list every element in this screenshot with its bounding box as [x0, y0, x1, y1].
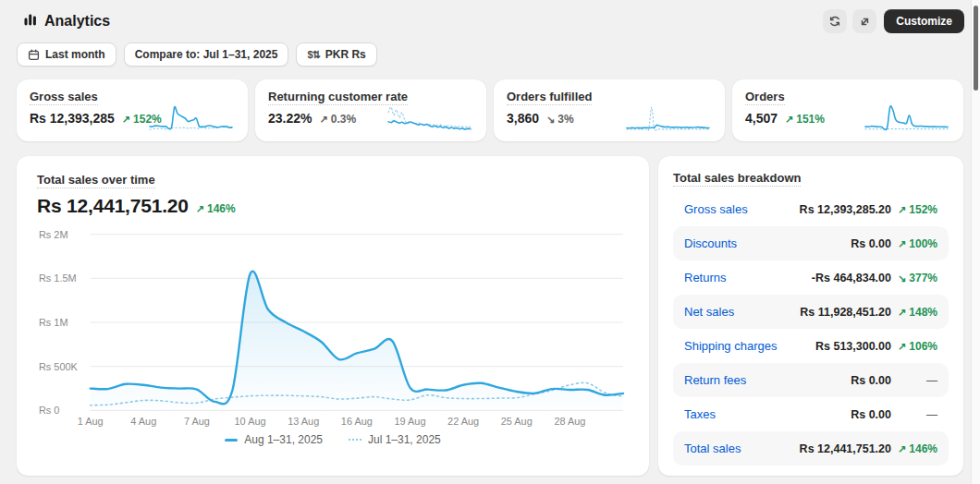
breakdown-value: -Rs 464,834.00	[812, 272, 891, 284]
svg-text:Rs 1.5M: Rs 1.5M	[39, 272, 77, 284]
calendar-icon	[28, 49, 40, 61]
filter-bar: Last month Compare to: Jul 1–31, 2025 $⇅…	[17, 42, 980, 67]
breakdown-delta: ↗146%	[891, 442, 937, 455]
customize-button[interactable]: Customize	[884, 9, 964, 33]
currency-exchange-icon: $⇅	[307, 49, 319, 61]
metric-trend: ↗0.3%	[319, 113, 356, 126]
legend-label: Jul 1–31, 2025	[368, 433, 441, 446]
breakdown-label[interactable]: Taxes	[684, 407, 851, 421]
sparkline-chart	[624, 104, 712, 132]
breakdown-label[interactable]: Total sales	[684, 442, 800, 455]
legend-item-compare[interactable]: Jul 1–31, 2025	[349, 433, 441, 446]
svg-text:28 Aug: 28 Aug	[554, 416, 585, 427]
svg-text:Rs 500K: Rs 500K	[39, 361, 79, 372]
breakdown-value: Rs 0.00	[851, 408, 891, 421]
date-range-button[interactable]: Last month	[17, 42, 116, 67]
breakdown-row-shipping-charges[interactable]: Shipping charges Rs 513,300.00 ↗106%	[673, 329, 949, 363]
analytics-icon	[24, 13, 37, 30]
breakdown-row-return-fees[interactable]: Return fees Rs 0.00 —	[673, 363, 949, 397]
breakdown-label[interactable]: Return fees	[684, 373, 851, 387]
breakdown-delta: ↗148%	[891, 306, 937, 319]
breakdown-value: Rs 0.00	[851, 374, 891, 387]
expand-button[interactable]	[852, 9, 876, 33]
breakdown-delta: ↗106%	[891, 340, 937, 353]
breakdown-value: Rs 12,393,285.20	[800, 203, 891, 216]
metric-value: 3,860	[507, 111, 539, 126]
chart-total-value: Rs 12,441,751.20	[37, 195, 189, 217]
breakdown-row-gross-sales[interactable]: Gross sales Rs 12,393,285.20 ↗152%	[673, 192, 949, 226]
breakdown-table: Gross sales Rs 12,393,285.20 ↗152% Disco…	[673, 192, 949, 466]
metric-trend: ↗151%	[785, 113, 825, 126]
compare-to-label: Compare to: Jul 1–31, 2025	[135, 48, 278, 61]
breakdown-row-discounts[interactable]: Discounts Rs 0.00 ↗100%	[673, 226, 949, 260]
metric-title: Returning customer rate	[268, 90, 408, 105]
sparkline-chart	[386, 104, 473, 132]
total-sales-chart-card: Total sales over time Rs 12,441,751.20 ↗…	[17, 156, 649, 476]
svg-text:Rs 1M: Rs 1M	[39, 317, 68, 328]
breakdown-row-taxes[interactable]: Taxes Rs 0.00 —	[673, 397, 949, 431]
breakdown-delta: ↗152%	[891, 203, 937, 216]
breakdown-value: Rs 11,928,451.20	[800, 306, 891, 319]
metric-value: 4,507	[745, 111, 778, 126]
metric-card-returning-customer-rate[interactable]: Returning customer rate 23.22% ↗0.3%	[255, 79, 486, 141]
svg-text:10 Aug: 10 Aug	[235, 416, 266, 427]
metric-value: Rs 12,393,285	[30, 111, 115, 126]
breakdown-label[interactable]: Discounts	[684, 236, 851, 250]
breakdown-value: Rs 513,300.00	[815, 340, 891, 353]
metric-card-orders-fulfilled[interactable]: Orders fulfilled 3,860 ↘3%	[494, 79, 725, 141]
breakdown-row-total-sales[interactable]: Total sales Rs 12,441,751.20 ↗146%	[673, 431, 949, 466]
chart-trend: ↗146%	[196, 202, 236, 215]
breakdown-delta: ↘377%	[891, 272, 937, 284]
svg-text:25 Aug: 25 Aug	[501, 416, 533, 427]
breakdown-label[interactable]: Net sales	[684, 305, 800, 319]
breakdown-label[interactable]: Gross sales	[684, 202, 800, 216]
metric-cards-row: Gross sales Rs 12,393,285 ↗152% Returnin…	[17, 79, 963, 141]
breakdown-label[interactable]: Returns	[684, 271, 812, 284]
currency-label: PKR Rs	[325, 48, 366, 61]
breakdown-value: Rs 0.00	[851, 237, 891, 250]
breakdown-value: Rs 12,441,751.20	[800, 442, 891, 455]
solid-line-swatch	[225, 439, 238, 442]
page-title: Analytics	[44, 13, 110, 30]
header: Analytics Customize	[0, 0, 980, 33]
total-sales-breakdown-card: Total sales breakdown Gross sales Rs 12,…	[658, 156, 963, 476]
breakdown-title: Total sales breakdown	[673, 171, 801, 187]
svg-text:13 Aug: 13 Aug	[288, 416, 319, 427]
breakdown-delta: —	[891, 374, 937, 387]
expand-icon	[859, 16, 871, 28]
sparkline-chart	[863, 104, 950, 132]
metric-title: Orders fulfilled	[507, 90, 592, 105]
chart-title: Total sales over time	[37, 173, 155, 188]
svg-text:Rs 2M: Rs 2M	[39, 229, 68, 240]
breakdown-row-net-sales[interactable]: Net sales Rs 11,928,451.20 ↗148%	[673, 295, 949, 329]
refresh-button[interactable]	[823, 9, 847, 33]
metric-title: Gross sales	[30, 90, 98, 105]
compare-to-button[interactable]: Compare to: Jul 1–31, 2025	[124, 42, 289, 67]
metric-value: 23.22%	[268, 111, 312, 126]
currency-button[interactable]: $⇅ PKR Rs	[296, 42, 376, 67]
metric-trend: ↘3%	[546, 113, 574, 126]
svg-text:4 Aug: 4 Aug	[130, 416, 156, 427]
refresh-icon	[828, 15, 841, 28]
date-range-label: Last month	[45, 48, 105, 61]
scrollbar-track[interactable]	[971, 0, 980, 484]
breakdown-label[interactable]: Shipping charges	[684, 339, 815, 353]
main-content-row: Total sales over time Rs 12,441,751.20 ↗…	[17, 156, 963, 476]
svg-text:Rs 0: Rs 0	[39, 405, 59, 416]
breakdown-delta: ↗100%	[891, 237, 937, 250]
scrollbar-thumb[interactable]	[974, 6, 978, 91]
metric-title: Orders	[745, 90, 785, 105]
sparkline-chart	[147, 104, 235, 132]
svg-text:16 Aug: 16 Aug	[341, 416, 373, 427]
metric-card-orders[interactable]: Orders 4,507 ↗151%	[732, 79, 963, 141]
breakdown-delta: —	[891, 408, 937, 421]
chart-legend: Aug 1–31, 2025 Jul 1–31, 2025	[37, 433, 629, 446]
legend-item-current[interactable]: Aug 1–31, 2025	[225, 433, 323, 446]
total-sales-line-chart: Rs 2MRs 1.5MRs 1MRs 500KRs 01 Aug4 Aug7 …	[37, 223, 629, 428]
svg-text:19 Aug: 19 Aug	[394, 416, 425, 427]
svg-text:7 Aug: 7 Aug	[184, 416, 210, 427]
metric-card-gross-sales[interactable]: Gross sales Rs 12,393,285 ↗152%	[17, 79, 248, 141]
svg-text:1 Aug: 1 Aug	[78, 416, 104, 427]
dotted-line-swatch	[349, 439, 361, 441]
breakdown-row-returns[interactable]: Returns -Rs 464,834.00 ↘377%	[673, 260, 949, 295]
